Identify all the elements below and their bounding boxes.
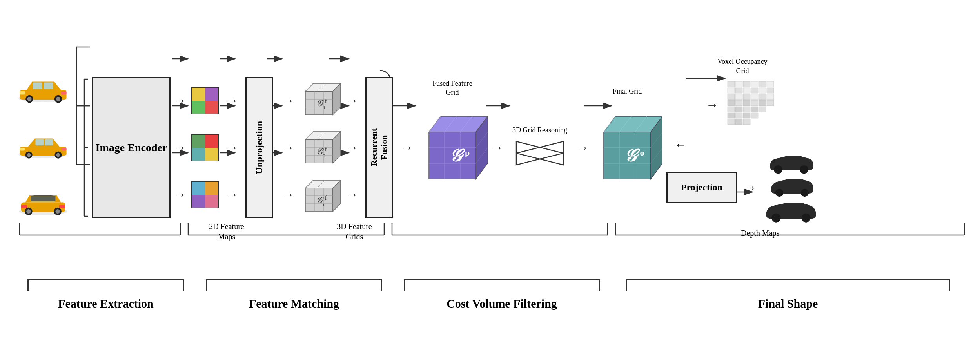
svg-rect-168 <box>728 119 735 125</box>
svg-rect-156 <box>751 100 758 106</box>
svg-rect-155 <box>743 100 750 106</box>
image-encoder-label: Image Encoder <box>96 140 167 155</box>
svg-rect-39 <box>44 83 53 89</box>
svg-rect-149 <box>743 94 750 100</box>
depth-maps-label: Depth Maps <box>741 229 779 238</box>
recurrent-fusion-label: RecurrentFusion <box>369 128 389 166</box>
feature-extraction-label: Feature Extraction <box>58 297 154 310</box>
svg-rect-44 <box>20 91 25 94</box>
svg-rect-142 <box>735 88 742 93</box>
svg-point-51 <box>27 153 31 157</box>
svg-rect-55 <box>62 148 67 151</box>
g2f-cube-container: 𝒢 f 2 <box>298 128 341 167</box>
svg-marker-120 <box>516 141 563 165</box>
svg-point-175 <box>771 214 780 223</box>
svg-point-60 <box>26 209 31 214</box>
two-d-feature-maps-label: 2D Feature Maps <box>203 221 250 242</box>
svg-rect-164 <box>728 113 735 118</box>
svg-rect-167 <box>751 113 758 118</box>
svg-rect-138 <box>751 81 758 87</box>
car-silhouette-2 <box>768 176 815 197</box>
arrow-1: → <box>174 93 186 108</box>
feature-map-1 <box>191 87 219 114</box>
svg-rect-169 <box>735 119 742 125</box>
svg-rect-151 <box>759 94 766 100</box>
svg-rect-141 <box>728 88 735 93</box>
gnf-cube-container: 𝒢 f n <box>298 176 341 215</box>
svg-text:o: o <box>640 148 644 157</box>
svg-rect-135 <box>728 81 735 87</box>
svg-point-53 <box>56 153 60 157</box>
car-silhouette-3 <box>764 199 818 223</box>
arrow-to-grid-2: → <box>282 140 294 155</box>
arrow-to-unproj-1: → <box>226 93 238 108</box>
diagram-container: Image Encoder → → <box>0 0 980 342</box>
bowtie-shape <box>512 138 567 169</box>
svg-rect-54 <box>20 148 25 151</box>
go-cube: 𝒢 o <box>592 109 662 187</box>
svg-rect-64 <box>59 205 65 208</box>
cars-column <box>16 65 71 230</box>
final-shape-label: Final Shape <box>758 297 818 310</box>
car-2-icon <box>16 132 71 163</box>
svg-rect-49 <box>45 139 53 145</box>
svg-rect-145 <box>759 88 766 93</box>
svg-rect-147 <box>728 94 735 100</box>
feature-map-2 <box>191 134 219 161</box>
svg-rect-146 <box>767 88 774 93</box>
svg-text:f: f <box>325 98 327 104</box>
svg-point-171 <box>774 165 782 174</box>
arrow-to-recurrent-1: → <box>346 93 358 108</box>
arrow-to-grid-3: → <box>282 187 294 202</box>
svg-rect-137 <box>743 81 750 87</box>
svg-rect-48 <box>35 139 44 145</box>
arrow-to-recurrent-2: → <box>346 140 358 155</box>
svg-rect-165 <box>735 113 742 118</box>
feature-map-3 <box>191 181 219 208</box>
svg-rect-63 <box>21 205 27 208</box>
unprojection-label: Unprojection <box>254 121 265 174</box>
projection-box: Projection <box>666 172 737 203</box>
arrow-2: → <box>174 140 186 155</box>
svg-rect-140 <box>767 81 774 87</box>
svg-point-62 <box>56 209 60 214</box>
svg-rect-152 <box>767 94 774 100</box>
svg-text:p: p <box>465 148 470 157</box>
arrow-down-to-projection: ↓ <box>674 142 689 148</box>
g2f-cube: 𝒢 f 2 <box>298 128 341 167</box>
svg-text:1: 1 <box>323 105 326 110</box>
car-silhouette-1 <box>768 152 815 174</box>
svg-point-174 <box>801 189 809 197</box>
svg-point-43 <box>56 97 60 101</box>
svg-rect-160 <box>735 107 742 112</box>
bottom-section: Feature Extraction Feature Matching Cost… <box>0 279 980 342</box>
svg-rect-153 <box>728 100 735 106</box>
svg-rect-38 <box>33 83 42 89</box>
arrow-to-grid-1: → <box>282 93 294 108</box>
svg-rect-148 <box>735 94 742 100</box>
g1f-cube: 𝒢 f 1 <box>298 80 341 119</box>
svg-rect-166 <box>743 113 750 118</box>
svg-marker-119 <box>516 141 563 165</box>
car-3-icon <box>16 188 71 219</box>
unprojection-box: Unprojection <box>245 77 273 218</box>
gnf-cube: 𝒢 f n <box>298 176 341 215</box>
feature-matching-label: Feature Matching <box>249 297 339 310</box>
projection-label: Projection <box>681 182 722 193</box>
svg-rect-144 <box>751 88 758 93</box>
gp-cube: 𝒢 p <box>417 109 488 187</box>
three-d-grid-reasoning-label: 3D Grid Reasoning <box>512 126 567 135</box>
svg-text:2: 2 <box>323 153 326 159</box>
three-d-feature-grids-label: 3D Feature Grids <box>329 221 380 242</box>
svg-point-172 <box>800 165 808 174</box>
recurrent-fusion-box: RecurrentFusion <box>365 77 393 218</box>
arrow-3: → <box>174 187 186 202</box>
svg-point-173 <box>775 189 783 197</box>
arrow-to-reasoning: → <box>491 140 503 155</box>
arrow-to-unproj-2: → <box>226 140 238 155</box>
svg-text:f: f <box>325 195 327 201</box>
g1f-cube-container: 𝒢 f 1 <box>298 80 341 119</box>
svg-rect-45 <box>61 91 67 94</box>
svg-rect-163 <box>759 107 766 112</box>
svg-text:f: f <box>325 147 327 152</box>
